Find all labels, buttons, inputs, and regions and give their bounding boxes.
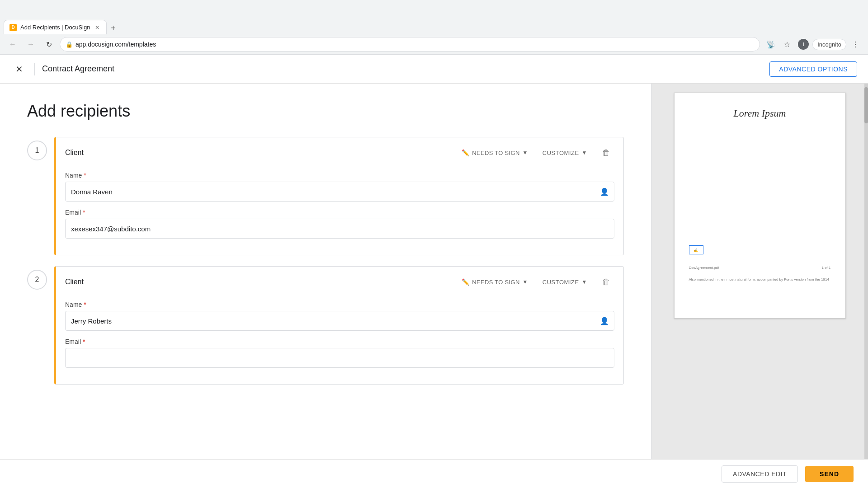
tab-bar: D Add Recipients | DocuSign ✕ + (0, 18, 868, 34)
scrollbar-track[interactable] (864, 84, 868, 488)
main-layout: Add recipients 1 Client ✏️ NEEDS TO SIGN… (0, 84, 868, 488)
tab-close-button[interactable]: ✕ (94, 24, 101, 31)
recipient-number-2: 2 (27, 270, 47, 290)
profile-avatar: I (798, 39, 809, 50)
active-tab[interactable]: D Add Recipients | DocuSign ✕ (4, 20, 107, 34)
email-required-1: * (83, 209, 85, 216)
page-title: Add recipients (27, 102, 624, 121)
cast-icon-button[interactable]: 📡 (764, 37, 778, 52)
email-required-2: * (83, 338, 85, 345)
header-divider (34, 63, 35, 75)
needs-to-sign-button-1[interactable]: ✏️ NEEDS TO SIGN ▼ (458, 147, 532, 158)
svg-text:✍: ✍ (693, 248, 698, 253)
email-label-1: Email * (65, 209, 614, 216)
recipient-number-1: 1 (27, 141, 47, 160)
forward-button[interactable]: → (24, 37, 38, 52)
incognito-profile[interactable]: Incognito (812, 39, 846, 50)
bottom-bar: ADVANCED EDIT SEND (0, 459, 868, 488)
pencil-icon-2: ✏️ (462, 278, 469, 286)
preview-panel: Lorem Ipsum ✍ DocAgreement.pdf 1 of 1 Al… (651, 84, 868, 488)
doc-body-text: ✍ DocAgreement.pdf 1 of 1 Also mentioned… (689, 128, 831, 282)
needs-to-sign-button-2[interactable]: ✏️ NEEDS TO SIGN ▼ (458, 277, 532, 287)
name-input-icon-2[interactable]: 👤 (600, 317, 609, 325)
recipient-card-2: Client ✏️ NEEDS TO SIGN ▼ CUSTOMIZE ▼ 🗑 (54, 266, 624, 385)
email-input-wrapper-2 (65, 348, 614, 368)
customize-button-1[interactable]: CUSTOMIZE ▼ (539, 148, 591, 158)
pencil-icon-1: ✏️ (462, 149, 469, 156)
dropdown-arrow-2: ▼ (523, 279, 528, 285)
tab-favicon: D (9, 24, 17, 31)
name-required-1: * (84, 172, 86, 179)
profile-icon-button[interactable]: I (796, 37, 811, 52)
name-input-wrapper-2: 👤 (65, 311, 614, 331)
lock-icon: 🔒 (66, 41, 73, 48)
recipient-card-1: Client ✏️ NEEDS TO SIGN ▼ CUSTOMIZE ▼ 🗑 (54, 137, 624, 255)
menu-icon-button[interactable]: ⋮ (848, 37, 863, 52)
browser-toolbar: ← → ↻ 🔒 app.docusign.com/templates 📡 ☆ I… (0, 34, 868, 54)
email-field-group-2: Email * (65, 338, 614, 368)
name-required-2: * (84, 301, 86, 308)
close-button[interactable]: ✕ (11, 61, 27, 77)
card-label-2: Client (65, 278, 451, 286)
browser-titlebar (0, 0, 868, 18)
send-button[interactable]: SEND (805, 466, 854, 482)
name-input-icon-1[interactable]: 👤 (600, 188, 609, 196)
toolbar-actions: 📡 ☆ I Incognito ⋮ (764, 37, 863, 52)
url-display: app.docusign.com/templates (75, 41, 156, 48)
name-input-wrapper-1: 👤 (65, 182, 614, 202)
customize-arrow-1: ▼ (582, 150, 587, 156)
address-bar[interactable]: 🔒 app.docusign.com/templates (60, 37, 760, 52)
card-body-2: Name * 👤 Email * (56, 297, 623, 384)
name-input-1[interactable] (65, 182, 614, 202)
reload-button[interactable]: ↻ (42, 37, 56, 52)
app-header-left: ✕ Contract Agreement (11, 61, 114, 77)
back-button[interactable]: ← (5, 37, 20, 52)
bookmark-icon-button[interactable]: ☆ (780, 37, 794, 52)
name-field-group-1: Name * 👤 (65, 172, 614, 202)
card-header-1: Client ✏️ NEEDS TO SIGN ▼ CUSTOMIZE ▼ 🗑 (56, 137, 623, 168)
customize-arrow-2: ▼ (582, 279, 587, 285)
advanced-options-button[interactable]: ADVANCED OPTIONS (769, 61, 857, 77)
customize-button-2[interactable]: CUSTOMIZE ▼ (539, 277, 591, 287)
lorem-title: Lorem Ipsum (689, 108, 831, 119)
needs-to-sign-label-2: NEEDS TO SIGN (472, 279, 519, 286)
email-input-2[interactable] (65, 348, 614, 368)
name-input-2[interactable] (65, 311, 614, 331)
scrollbar-thumb[interactable] (864, 87, 868, 123)
delete-button-1[interactable]: 🗑 (598, 145, 614, 161)
recipient-row-1: 1 Client ✏️ NEEDS TO SIGN ▼ CUSTOMIZE ▼ … (27, 137, 624, 255)
delete-button-2[interactable]: 🗑 (598, 274, 614, 290)
customize-label-1: CUSTOMIZE (542, 150, 579, 156)
form-area: Add recipients 1 Client ✏️ NEEDS TO SIGN… (0, 84, 651, 488)
name-label-2: Name * (65, 301, 614, 308)
advanced-edit-button[interactable]: ADVANCED EDIT (722, 465, 798, 483)
new-tab-button[interactable]: + (107, 22, 119, 34)
email-input-1[interactable] (65, 219, 614, 239)
signature-box: ✍ (689, 245, 703, 254)
card-label-1: Client (65, 149, 451, 157)
dropdown-arrow-1: ▼ (523, 150, 528, 156)
needs-to-sign-label-1: NEEDS TO SIGN (472, 150, 519, 156)
app-header: ✕ Contract Agreement ADVANCED OPTIONS (0, 55, 868, 84)
doc-title: Contract Agreement (42, 64, 114, 74)
email-input-wrapper-1 (65, 219, 614, 239)
name-label-1: Name * (65, 172, 614, 179)
preview-document: Lorem Ipsum ✍ DocAgreement.pdf 1 of 1 Al… (674, 93, 846, 319)
browser-chrome: D Add Recipients | DocuSign ✕ + ← → ↻ 🔒 … (0, 0, 868, 55)
name-field-group-2: Name * 👤 (65, 301, 614, 331)
doc-footer: DocAgreement.pdf 1 of 1 Also mentioned i… (689, 265, 831, 282)
tab-title: Add Recipients | DocuSign (20, 24, 90, 31)
recipient-row-2: 2 Client ✏️ NEEDS TO SIGN ▼ CUSTOMIZE ▼ … (27, 266, 624, 385)
incognito-label: Incognito (817, 41, 841, 48)
email-field-group-1: Email * (65, 209, 614, 239)
card-header-2: Client ✏️ NEEDS TO SIGN ▼ CUSTOMIZE ▼ 🗑 (56, 267, 623, 297)
card-body-1: Name * 👤 Email * (56, 168, 623, 255)
email-label-2: Email * (65, 338, 614, 345)
customize-label-2: CUSTOMIZE (542, 279, 579, 286)
